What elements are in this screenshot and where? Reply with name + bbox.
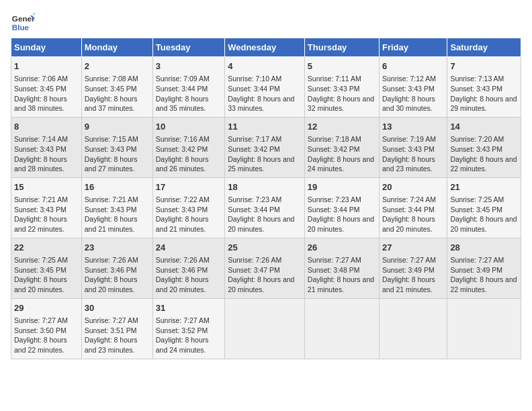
sunset-text: Sunset: 3:44 PM xyxy=(156,85,208,93)
sunrise-text: Sunrise: 7:27 AM xyxy=(85,316,138,324)
daylight-text: Daylight: 8 hours and 20 minutes. xyxy=(156,275,209,293)
calendar-cell: 11Sunrise: 7:17 AMSunset: 3:42 PMDayligh… xyxy=(225,117,305,177)
header-monday: Monday xyxy=(81,38,152,57)
sunset-text: Sunset: 3:46 PM xyxy=(85,266,137,274)
daylight-text: Daylight: 8 hours and 35 minutes. xyxy=(156,95,209,113)
calendar-cell: 26Sunrise: 7:27 AMSunset: 3:48 PMDayligh… xyxy=(304,238,379,298)
calendar-cell: 23Sunrise: 7:26 AMSunset: 3:46 PMDayligh… xyxy=(81,238,152,298)
calendar-cell: 17Sunrise: 7:22 AMSunset: 3:43 PMDayligh… xyxy=(152,177,224,238)
daylight-text: Daylight: 8 hours and 20 minutes. xyxy=(450,215,517,233)
sunrise-text: Sunrise: 7:27 AM xyxy=(450,256,504,264)
sunset-text: Sunset: 3:52 PM xyxy=(156,326,208,334)
svg-text:Blue: Blue xyxy=(12,23,30,32)
calendar-cell: 28Sunrise: 7:27 AMSunset: 3:49 PMDayligh… xyxy=(447,238,521,298)
calendar-cell xyxy=(380,298,447,359)
sunrise-text: Sunrise: 7:20 AM xyxy=(450,135,504,143)
day-number: 30 xyxy=(85,302,150,314)
sunrise-text: Sunrise: 7:25 AM xyxy=(450,195,504,203)
week-row-5: 29Sunrise: 7:27 AMSunset: 3:50 PMDayligh… xyxy=(11,298,521,359)
sunset-text: Sunset: 3:43 PM xyxy=(85,205,137,214)
day-number: 2 xyxy=(85,60,150,73)
calendar-cell xyxy=(304,298,379,359)
day-number: 26 xyxy=(308,242,376,254)
sunrise-text: Sunrise: 7:26 AM xyxy=(156,256,210,264)
daylight-text: Daylight: 8 hours and 37 minutes. xyxy=(85,95,138,113)
calendar-cell: 27Sunrise: 7:27 AMSunset: 3:49 PMDayligh… xyxy=(380,238,447,298)
daylight-text: Daylight: 8 hours and 26 minutes. xyxy=(156,155,209,173)
daylight-text: Daylight: 8 hours and 22 minutes. xyxy=(14,215,67,233)
daylight-text: Daylight: 8 hours and 38 minutes. xyxy=(14,95,67,113)
calendar-cell: 13Sunrise: 7:19 AMSunset: 3:43 PMDayligh… xyxy=(380,117,447,177)
calendar-cell: 12Sunrise: 7:18 AMSunset: 3:42 PMDayligh… xyxy=(304,117,379,177)
sunrise-text: Sunrise: 7:23 AM xyxy=(228,195,281,203)
header-row: SundayMondayTuesdayWednesdayThursdayFrid… xyxy=(11,38,521,57)
sunrise-text: Sunrise: 7:06 AM xyxy=(14,75,68,83)
daylight-text: Daylight: 8 hours and 21 minutes. xyxy=(156,215,209,233)
calendar-cell: 4Sunrise: 7:10 AMSunset: 3:44 PMDaylight… xyxy=(225,57,305,118)
sunrise-text: Sunrise: 7:27 AM xyxy=(14,316,68,324)
day-number: 12 xyxy=(308,121,376,133)
daylight-text: Daylight: 8 hours and 20 minutes. xyxy=(14,275,67,293)
week-row-4: 22Sunrise: 7:25 AMSunset: 3:45 PMDayligh… xyxy=(11,238,521,298)
calendar-cell: 18Sunrise: 7:23 AMSunset: 3:44 PMDayligh… xyxy=(225,177,305,238)
day-number: 31 xyxy=(156,302,222,314)
sunset-text: Sunset: 3:47 PM xyxy=(228,266,280,274)
sunrise-text: Sunrise: 7:22 AM xyxy=(156,195,210,203)
sunrise-text: Sunrise: 7:17 AM xyxy=(228,135,281,143)
daylight-text: Daylight: 8 hours and 20 minutes. xyxy=(228,215,294,233)
sunrise-text: Sunrise: 7:09 AM xyxy=(156,75,210,83)
daylight-text: Daylight: 8 hours and 20 minutes. xyxy=(228,275,294,293)
sunset-text: Sunset: 3:50 PM xyxy=(14,326,66,334)
calendar-cell: 9Sunrise: 7:15 AMSunset: 3:43 PMDaylight… xyxy=(81,117,152,177)
sunrise-text: Sunrise: 7:26 AM xyxy=(85,256,138,264)
day-number: 16 xyxy=(85,181,150,193)
daylight-text: Daylight: 8 hours and 21 minutes. xyxy=(85,215,138,233)
daylight-text: Daylight: 8 hours and 21 minutes. xyxy=(308,275,374,293)
sunrise-text: Sunrise: 7:25 AM xyxy=(14,256,68,264)
daylight-text: Daylight: 8 hours and 25 minutes. xyxy=(228,155,294,173)
sunset-text: Sunset: 3:44 PM xyxy=(382,205,435,214)
sunset-text: Sunset: 3:43 PM xyxy=(308,85,360,93)
sunset-text: Sunset: 3:44 PM xyxy=(308,205,360,214)
daylight-text: Daylight: 8 hours and 20 minutes. xyxy=(308,215,374,233)
day-number: 17 xyxy=(156,181,222,193)
sunrise-text: Sunrise: 7:26 AM xyxy=(228,256,281,264)
sunset-text: Sunset: 3:45 PM xyxy=(85,85,137,93)
calendar-cell: 24Sunrise: 7:26 AMSunset: 3:46 PMDayligh… xyxy=(152,238,224,298)
day-number: 25 xyxy=(228,242,302,254)
day-number: 20 xyxy=(382,181,444,193)
header-saturday: Saturday xyxy=(447,38,521,57)
daylight-text: Daylight: 8 hours and 20 minutes. xyxy=(85,275,138,293)
calendar-cell: 7Sunrise: 7:13 AMSunset: 3:43 PMDaylight… xyxy=(447,57,521,118)
day-number: 19 xyxy=(308,181,376,193)
day-number: 1 xyxy=(14,60,79,73)
header-sunday: Sunday xyxy=(11,38,82,57)
page-header: General Blue xyxy=(11,11,521,35)
sunset-text: Sunset: 3:44 PM xyxy=(228,205,280,214)
sunset-text: Sunset: 3:45 PM xyxy=(450,205,502,214)
daylight-text: Daylight: 8 hours and 22 minutes. xyxy=(450,275,517,293)
daylight-text: Daylight: 8 hours and 22 minutes. xyxy=(450,155,517,173)
sunrise-text: Sunrise: 7:23 AM xyxy=(308,195,361,203)
header-friday: Friday xyxy=(380,38,447,57)
day-number: 28 xyxy=(450,242,518,254)
sunrise-text: Sunrise: 7:27 AM xyxy=(382,256,436,264)
day-number: 15 xyxy=(14,181,79,193)
sunrise-text: Sunrise: 7:16 AM xyxy=(156,135,210,143)
calendar-cell: 6Sunrise: 7:12 AMSunset: 3:43 PMDaylight… xyxy=(380,57,447,118)
day-number: 6 xyxy=(382,60,444,73)
day-number: 4 xyxy=(228,60,302,73)
sunset-text: Sunset: 3:48 PM xyxy=(308,266,360,274)
svg-text:General: General xyxy=(12,14,35,23)
sunset-text: Sunset: 3:49 PM xyxy=(450,266,502,274)
week-row-3: 15Sunrise: 7:21 AMSunset: 3:43 PMDayligh… xyxy=(11,177,521,238)
daylight-text: Daylight: 8 hours and 23 minutes. xyxy=(382,155,435,173)
calendar-cell: 5Sunrise: 7:11 AMSunset: 3:43 PMDaylight… xyxy=(304,57,379,118)
week-row-1: 1Sunrise: 7:06 AMSunset: 3:45 PMDaylight… xyxy=(11,57,521,118)
day-number: 7 xyxy=(450,60,518,73)
day-number: 10 xyxy=(156,121,222,133)
sunrise-text: Sunrise: 7:18 AM xyxy=(308,135,361,143)
sunset-text: Sunset: 3:43 PM xyxy=(450,85,502,93)
sunset-text: Sunset: 3:43 PM xyxy=(382,85,435,93)
sunrise-text: Sunrise: 7:08 AM xyxy=(85,75,138,83)
